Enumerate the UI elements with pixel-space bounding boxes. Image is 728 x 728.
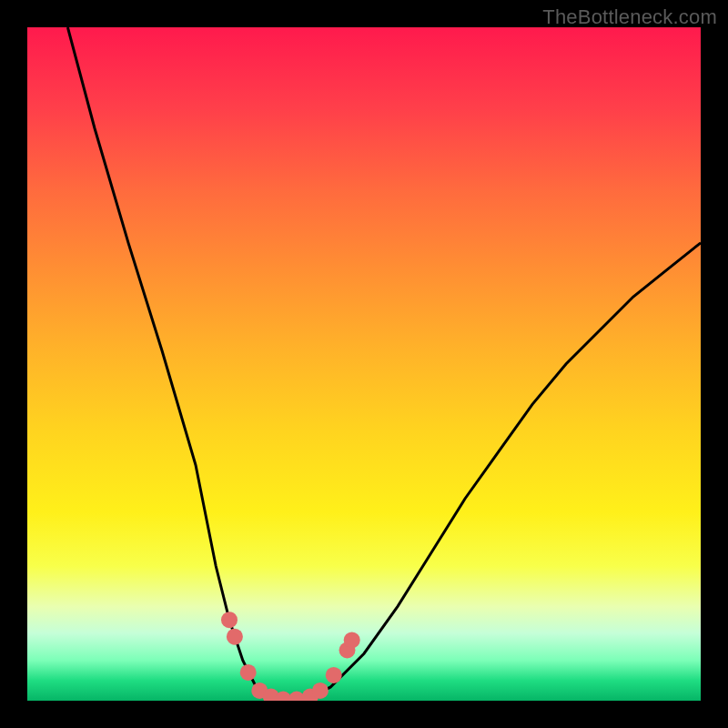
curve-marker <box>227 629 243 645</box>
chart-area <box>27 27 701 701</box>
curve-marker <box>326 667 342 683</box>
bottleneck-curve <box>67 27 701 701</box>
watermark-text: TheBottleneck.com <box>542 5 717 29</box>
bottleneck-plot <box>27 27 701 701</box>
curve-marker <box>344 632 360 648</box>
curve-marker <box>312 682 329 699</box>
curve-marker <box>240 664 257 681</box>
curve-marker <box>221 612 238 628</box>
